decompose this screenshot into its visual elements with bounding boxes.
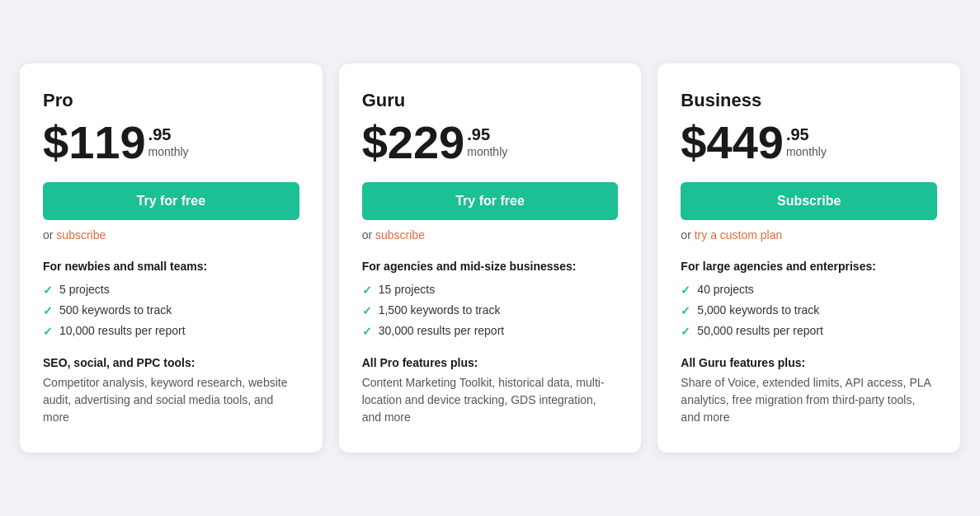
- feature-list-business: ✓ 40 projects ✓ 5,000 keywords to track …: [681, 283, 937, 338]
- price-main-pro: $119: [43, 120, 146, 166]
- feature-text: 5 projects: [59, 283, 110, 296]
- plan-card-guru: Guru $229 .95 monthly Try for free or su…: [339, 63, 642, 453]
- subscribe-anchor-business[interactable]: try a custom plan: [695, 228, 783, 242]
- price-main-business: $449: [681, 120, 784, 166]
- audience-title-business: For large agencies and enterprises:: [681, 260, 937, 273]
- check-icon: ✓: [681, 325, 690, 338]
- audience-title-pro: For newbies and small teams:: [43, 260, 299, 273]
- feature-list-guru: ✓ 15 projects ✓ 1,500 keywords to track …: [362, 283, 619, 338]
- feature-item: ✓ 30,000 results per report: [362, 324, 619, 338]
- feature-text: 15 projects: [379, 283, 435, 296]
- price-cents-pro: .95: [148, 126, 189, 143]
- price-cents-guru: .95: [467, 126, 507, 143]
- cta-button-business[interactable]: Subscribe: [681, 182, 937, 220]
- feature-text: 1,500 keywords to track: [379, 303, 501, 317]
- tools-title-business: All Guru features plus:: [681, 356, 937, 369]
- price-period-pro: monthly: [148, 146, 189, 157]
- feature-item: ✓ 1,500 keywords to track: [362, 303, 619, 317]
- feature-text: 50,000 results per report: [697, 324, 823, 337]
- subscribe-anchor-pro[interactable]: subscribe: [56, 228, 106, 242]
- check-icon: ✓: [362, 284, 372, 297]
- tools-desc-business: Share of Voice, extended limits, API acc…: [681, 374, 937, 426]
- tools-desc-pro: Competitor analysis, keyword research, w…: [43, 374, 299, 426]
- feature-text: 40 projects: [697, 283, 753, 296]
- feature-item: ✓ 5,000 keywords to track: [681, 303, 937, 317]
- tools-section-guru: All Pro features plus: Content Marketing…: [362, 356, 619, 426]
- price-main-guru: $229: [362, 120, 465, 166]
- feature-item: ✓ 50,000 results per report: [681, 324, 937, 338]
- plan-card-business: Business $449 .95 monthly Subscribe or t…: [657, 63, 960, 453]
- price-right-guru: .95 monthly: [467, 120, 507, 157]
- feature-text: 5,000 keywords to track: [697, 303, 819, 317]
- tools-desc-guru: Content Marketing Toolkit, historical da…: [362, 374, 619, 426]
- subscribe-link-pro: or subscribe: [43, 228, 299, 242]
- check-icon: ✓: [43, 284, 53, 297]
- price-row-business: $449 .95 monthly: [681, 120, 937, 166]
- subscribe-link-guru: or subscribe: [362, 228, 619, 242]
- check-icon: ✓: [681, 304, 690, 317]
- plan-name-business: Business: [681, 90, 937, 111]
- feature-text: 500 keywords to track: [59, 303, 172, 317]
- feature-text: 30,000 results per report: [379, 324, 505, 337]
- feature-list-pro: ✓ 5 projects ✓ 500 keywords to track ✓ 1…: [43, 283, 299, 338]
- price-right-pro: .95 monthly: [148, 120, 189, 157]
- feature-item: ✓ 40 projects: [681, 283, 937, 297]
- price-row-guru: $229 .95 monthly: [362, 120, 619, 166]
- check-icon: ✓: [681, 284, 690, 297]
- tools-section-business: All Guru features plus: Share of Voice, …: [681, 356, 937, 426]
- price-cents-business: .95: [786, 126, 827, 143]
- price-period-guru: monthly: [467, 146, 507, 157]
- feature-item: ✓ 5 projects: [43, 283, 299, 297]
- price-row-pro: $119 .95 monthly: [43, 120, 299, 166]
- feature-item: ✓ 10,000 results per report: [43, 324, 299, 338]
- feature-item: ✓ 15 projects: [362, 283, 619, 297]
- plan-card-pro: Pro $119 .95 monthly Try for free or sub…: [20, 63, 323, 453]
- plan-name-pro: Pro: [43, 90, 299, 111]
- feature-text: 10,000 results per report: [59, 324, 186, 337]
- check-icon: ✓: [43, 304, 53, 317]
- feature-item: ✓ 500 keywords to track: [43, 303, 299, 317]
- check-icon: ✓: [43, 325, 53, 338]
- check-icon: ✓: [362, 304, 372, 317]
- tools-title-guru: All Pro features plus:: [362, 356, 619, 369]
- price-period-business: monthly: [786, 146, 827, 157]
- subscribe-anchor-guru[interactable]: subscribe: [375, 228, 425, 242]
- price-right-business: .95 monthly: [786, 120, 827, 157]
- plan-name-guru: Guru: [362, 90, 619, 111]
- pricing-grid: Pro $119 .95 monthly Try for free or sub…: [20, 63, 960, 453]
- cta-button-guru[interactable]: Try for free: [362, 182, 619, 220]
- subscribe-link-business: or try a custom plan: [681, 228, 937, 242]
- audience-title-guru: For agencies and mid-size businesses:: [362, 260, 619, 273]
- tools-title-pro: SEO, social, and PPC tools:: [43, 356, 299, 369]
- cta-button-pro[interactable]: Try for free: [43, 182, 299, 220]
- check-icon: ✓: [362, 325, 372, 338]
- tools-section-pro: SEO, social, and PPC tools: Competitor a…: [43, 356, 299, 426]
